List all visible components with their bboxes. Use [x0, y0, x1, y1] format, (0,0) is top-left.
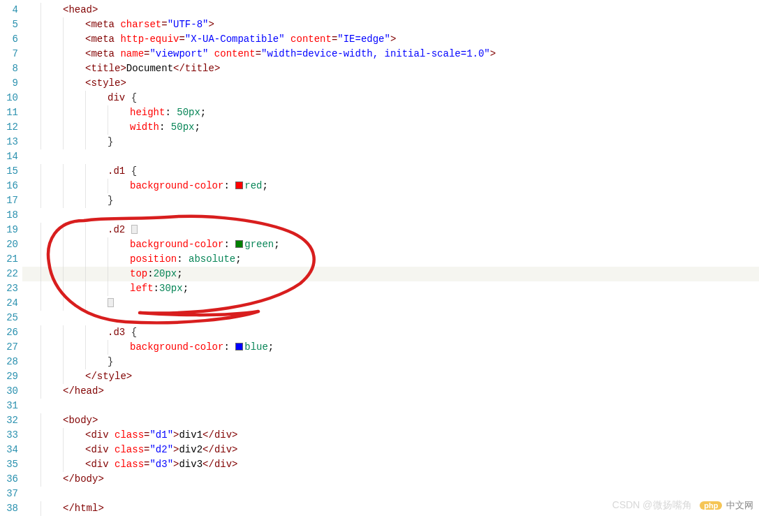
code-token: div: [214, 459, 232, 470]
code-line[interactable]: <div class="d2">div2</div>: [24, 443, 759, 457]
code-token: {: [131, 92, 137, 103]
code-line[interactable]: <meta name="viewport" content="width=dev…: [24, 47, 759, 61]
code-line[interactable]: }: [24, 193, 759, 208]
line-number: 34: [0, 443, 24, 457]
code-token: background-color: [130, 180, 223, 191]
line-number: 26: [0, 325, 24, 340]
line-number: 21: [0, 252, 24, 267]
code-token: title: [185, 63, 214, 74]
code-token: left: [130, 283, 154, 294]
code-token: [125, 327, 131, 338]
code-token: name: [120, 48, 144, 59]
php-logo-icon: php: [700, 501, 722, 510]
code-line[interactable]: top:20px;: [24, 267, 759, 281]
code-line[interactable]: left:30px;: [24, 281, 759, 296]
line-number: 33: [0, 428, 24, 443]
fold-marker-icon[interactable]: [131, 225, 138, 234]
code-token: </: [202, 444, 214, 455]
code-token: :: [223, 341, 235, 353]
code-token: :: [223, 180, 235, 191]
code-line[interactable]: </body>: [24, 472, 759, 487]
code-editor[interactable]: 4567891011121314151617181920212223242526…: [0, 0, 759, 516]
code-line[interactable]: .d3 {: [24, 325, 759, 340]
code-token: :: [147, 268, 153, 279]
code-token: style: [91, 77, 120, 89]
code-line[interactable]: background-color: green;: [24, 237, 759, 252]
line-number: 17: [0, 193, 24, 208]
code-token: head: [75, 385, 98, 397]
line-number: 5: [0, 17, 24, 32]
code-token: :: [223, 239, 235, 250]
code-token: title: [91, 63, 120, 74]
code-token: head: [68, 4, 92, 15]
code-line[interactable]: <title>Document</title>: [24, 61, 759, 76]
code-token: div3: [179, 459, 202, 470]
line-number: 20: [0, 237, 24, 252]
code-line[interactable]: <head>: [24, 3, 759, 17]
code-line[interactable]: <body>: [24, 413, 759, 428]
fold-marker-icon[interactable]: [108, 298, 114, 307]
code-token: >: [214, 63, 220, 74]
code-token: div: [214, 444, 232, 455]
code-token: div2: [179, 444, 202, 455]
code-line[interactable]: <style>: [24, 76, 759, 91]
color-swatch-icon: [235, 343, 243, 350]
code-token: ;: [262, 180, 267, 191]
code-token: green: [244, 239, 274, 250]
code-line[interactable]: [24, 399, 759, 413]
code-line[interactable]: background-color: blue;: [24, 340, 759, 355]
code-token: meta: [91, 34, 115, 45]
code-token: 20px: [154, 268, 177, 279]
code-token: [109, 444, 115, 455]
code-area[interactable]: <head><meta charset="UTF-8"><meta http-e…: [24, 0, 759, 516]
line-number: 13: [0, 135, 24, 149]
code-line[interactable]: <div class="d3">div3</div>: [24, 457, 759, 472]
code-token: =: [179, 34, 184, 45]
code-token: {: [131, 165, 137, 177]
code-token: </: [173, 63, 185, 74]
code-token: class: [115, 429, 144, 441]
code-line[interactable]: background-color: red;: [24, 179, 759, 193]
code-token: body: [68, 415, 92, 426]
code-line[interactable]: [24, 296, 759, 311]
code-token: width: [130, 121, 159, 133]
color-swatch-icon: [235, 182, 243, 189]
line-number: 7: [0, 47, 24, 61]
code-line[interactable]: }: [24, 135, 759, 149]
code-line[interactable]: .d2: [24, 223, 759, 237]
code-line[interactable]: <meta http-equiv="X-UA-Compatible" conte…: [24, 32, 759, 47]
code-line[interactable]: position: absolute;: [24, 252, 759, 267]
code-token: content: [290, 34, 332, 45]
code-line[interactable]: .d1 {: [24, 164, 759, 179]
code-line[interactable]: width: 50px;: [24, 120, 759, 135]
code-token: =: [256, 48, 261, 59]
code-line[interactable]: }: [24, 355, 759, 369]
code-token: background-color: [130, 239, 223, 250]
line-number-gutter: 4567891011121314151617181920212223242526…: [0, 0, 24, 516]
line-number: 15: [0, 164, 24, 179]
code-line[interactable]: <div class="d1">div1</div>: [24, 428, 759, 443]
code-line[interactable]: div {: [24, 91, 759, 105]
code-line[interactable]: height: 50px;: [24, 105, 759, 120]
code-token: "d2": [149, 444, 173, 455]
code-line[interactable]: <meta charset="UTF-8">: [24, 17, 759, 32]
code-token: ;: [183, 283, 189, 294]
code-line[interactable]: [24, 311, 759, 325]
code-token: "UTF-8": [168, 19, 209, 30]
code-token: "d1": [149, 429, 173, 441]
line-number: 24: [0, 296, 24, 311]
code-token: meta: [91, 19, 115, 30]
code-token: </: [63, 385, 75, 397]
line-number: 37: [0, 487, 24, 501]
code-token: 50px: [171, 121, 195, 133]
code-token: class: [115, 444, 144, 455]
line-number: 10: [0, 91, 24, 105]
code-line[interactable]: </head>: [24, 384, 759, 399]
code-line[interactable]: [24, 208, 759, 223]
code-token: "IE=edge": [337, 34, 390, 45]
code-line[interactable]: </style>: [24, 369, 759, 384]
code-line[interactable]: [24, 149, 759, 164]
line-number: 12: [0, 120, 24, 135]
code-token: >: [126, 371, 132, 382]
code-token: }: [108, 195, 113, 206]
